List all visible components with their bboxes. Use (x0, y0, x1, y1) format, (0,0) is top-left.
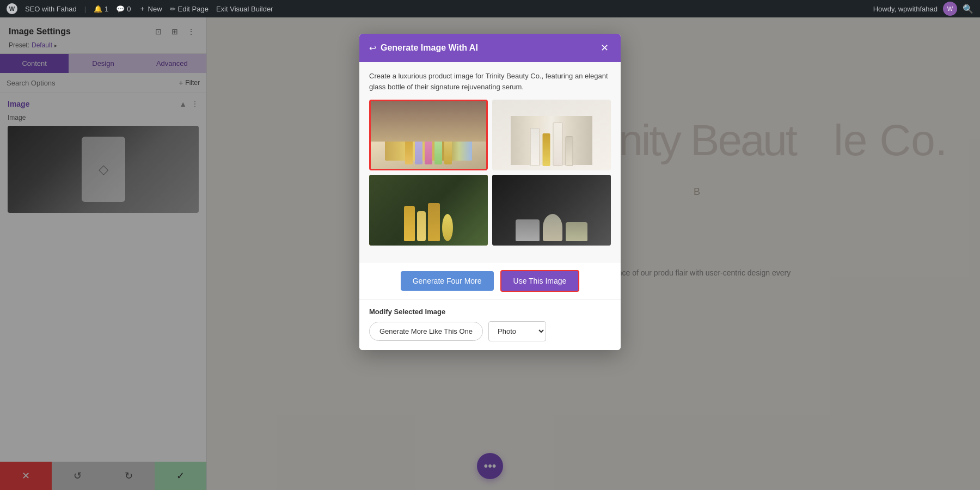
exit-builder-button[interactable]: Exit Visual Builder (216, 5, 273, 13)
image-grid (369, 100, 611, 246)
generated-image-4[interactable] (492, 175, 611, 246)
modal-header: ↩ Generate Image With AI ✕ (359, 34, 621, 62)
generate-four-more-button[interactable]: Generate Four More (401, 271, 494, 291)
bell-icon: 🔔 (94, 5, 102, 13)
user-avatar[interactable]: W (943, 2, 957, 16)
modify-section: Modify Selected Image Generate More Like… (359, 299, 621, 350)
page-area: rinity Beaut le Co. B ign Lead CONTRIBUT… (0, 17, 980, 490)
wordpress-logo-icon[interactable]: W (7, 3, 17, 14)
modal-footer: Generate Four More Use This Image (359, 262, 621, 299)
generated-image-1[interactable] (369, 100, 488, 170)
modal-body: Create a luxurious product image for Tri… (359, 62, 621, 262)
admin-bar-left: W SEO with Fahad | 🔔 1 💬 0 ＋ New ✏ Edit … (7, 3, 865, 14)
modal-overlay: ↩ Generate Image With AI ✕ Create a luxu… (0, 17, 980, 490)
modify-label: Modify Selected Image (369, 308, 611, 316)
modify-controls: Generate More Like This One Photo Illust… (369, 321, 611, 341)
howdy-text: Howdy, wpwithfahad (873, 5, 938, 13)
search-icon[interactable]: 🔍 (963, 4, 973, 14)
comment-icon: 💬 (116, 5, 125, 13)
modal-title-area: ↩ Generate Image With AI (369, 43, 478, 53)
admin-bar-right: Howdy, wpwithfahad W 🔍 (873, 2, 973, 16)
generate-image-modal: ↩ Generate Image With AI ✕ Create a luxu… (359, 34, 621, 350)
notifications-item[interactable]: 🔔 1 (94, 5, 108, 13)
generate-more-like-button[interactable]: Generate More Like This One (369, 322, 483, 341)
generated-image-3[interactable] (369, 175, 488, 246)
new-button[interactable]: ＋ New (139, 4, 162, 14)
edit-icon: ✏ (170, 5, 176, 13)
comments-item[interactable]: 💬 0 (116, 5, 131, 13)
modal-title: Generate Image With AI (381, 43, 478, 53)
modal-description: Create a luxurious product image for Tri… (369, 71, 611, 92)
plus-icon: ＋ (139, 4, 146, 14)
style-select[interactable]: Photo Illustration Painting Sketch (488, 321, 546, 341)
back-icon[interactable]: ↩ (369, 43, 376, 53)
modal-close-button[interactable]: ✕ (598, 41, 611, 54)
site-title[interactable]: SEO with Fahad (25, 5, 77, 13)
generated-image-2[interactable] (492, 100, 611, 170)
edit-page-button[interactable]: ✏ Edit Page (170, 5, 209, 13)
use-this-image-button[interactable]: Use This Image (500, 270, 580, 292)
admin-bar: W SEO with Fahad | 🔔 1 💬 0 ＋ New ✏ Edit … (0, 0, 980, 17)
